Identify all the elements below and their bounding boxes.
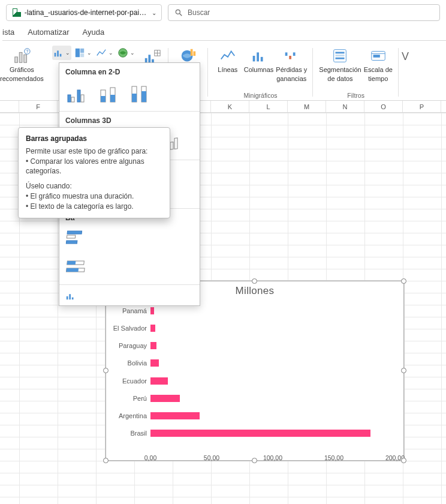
tab-ayuda[interactable]: Ayuda [83,28,105,37]
svg-rect-27 [290,56,292,59]
resize-handle[interactable] [401,278,406,284]
column-header[interactable]: K [211,101,249,112]
svg-rect-21 [191,49,193,56]
column-chart-icon [65,290,76,301]
recommended-charts-button[interactable]: ? Gráficos recomendados [0,44,44,83]
chart-bar [150,377,168,385]
resize-handle[interactable] [401,458,406,463]
timeline-icon [369,47,387,65]
column-header[interactable]: P [403,101,441,112]
tooltip-use-2: • El texto de la categoría es largo. [26,202,162,212]
timeline-button[interactable]: Escala de tiempo [364,44,393,83]
svg-rect-36 [68,95,71,102]
svg-rect-47 [141,91,146,102]
slicer-button[interactable]: Segmentación de datos [319,44,361,83]
gallery-more-column-charts[interactable] [59,284,200,305]
chevron-down-icon: ⌄ [152,10,156,16]
chart-plot-area: PanamáEl SalvadorParaguayBoliviaEcuadorP… [150,302,395,442]
search-input[interactable]: Buscar [168,4,440,21]
insert-map-chart-button[interactable]: ⌄ [117,46,136,60]
more-button[interactable]: V [401,44,409,64]
sparkline-winloss-label-1: Pérdidas y [276,66,307,74]
svg-rect-63 [174,138,177,149]
tooltip-title: Barras agrupadas [26,134,162,144]
svg-rect-34 [373,55,379,58]
file-name-pill[interactable]: -latina_-usuarios-de-internet-por-pais-.… [6,4,162,21]
chart-category-label: El Salvador [113,325,150,332]
embedded-chart[interactable]: Millones PanamáEl SalvadorParaguayBolivi… [106,281,404,461]
chevron-down-icon: ⌄ [87,50,92,56]
svg-rect-23 [252,56,255,61]
tab-vista[interactable]: ista [2,28,14,37]
svg-rect-11 [80,49,84,53]
tooltip-use-1: • El gráfico muestra una duración. [26,191,162,202]
group-label-filters: Filtros [313,92,399,99]
insert-hierarchy-chart-button[interactable]: ⌄ [74,46,93,60]
resize-handle[interactable] [103,368,109,373]
svg-rect-22 [193,52,195,56]
svg-rect-26 [285,52,288,56]
svg-rect-83 [67,296,68,299]
chart-bar [150,359,159,367]
treemap-icon [74,47,85,58]
svg-rect-82 [66,268,79,272]
svg-rect-32 [336,58,345,59]
resize-handle[interactable] [103,458,109,463]
timeline-label-2: tiempo [368,75,388,83]
svg-rect-31 [336,55,345,56]
svg-line-1 [180,14,182,16]
clustered-column-icon [66,83,90,103]
svg-rect-2 [15,57,18,62]
column-header[interactable]: M [288,101,326,112]
tooltip-use-when: Úselo cuando: [26,181,162,191]
svg-rect-4 [24,55,27,62]
chevron-down-icon: ⌄ [109,50,113,56]
gallery-3d-stacked-bar[interactable] [64,254,88,278]
svg-rect-24 [257,52,259,61]
column-header[interactable]: L [249,101,288,112]
sparkline-winloss-button[interactable]: Pérdidas y ganancias [276,44,307,83]
svg-rect-25 [260,57,263,62]
svg-rect-7 [55,53,56,56]
chart-x-tick: 100,00 [263,454,282,461]
sparkline-column-button[interactable]: Columnas [244,44,274,83]
search-placeholder: Buscar [188,8,210,17]
sparkline-winloss-icon [282,47,300,65]
gallery-100-stacked-column[interactable] [126,81,154,105]
sparkline-column-icon [250,47,268,65]
resize-handle[interactable] [252,278,257,284]
svg-rect-10 [76,49,80,57]
chart-bar [150,342,156,349]
search-icon [174,8,183,17]
resize-handle[interactable] [401,368,406,373]
gallery-3d-clustered-bar[interactable] [64,226,88,250]
slicer-icon [331,47,349,65]
svg-rect-8 [57,50,59,56]
sparkline-line-icon [219,47,237,65]
sparkline-column-label: Columnas [244,66,274,74]
insert-column-chart-button[interactable]: ⌄ [52,46,71,60]
insert-line-chart-button[interactable]: ⌄ [95,46,114,60]
resize-handle[interactable] [252,458,257,463]
svg-rect-30 [336,52,345,53]
svg-rect-9 [60,54,62,57]
svg-rect-76 [67,231,82,234]
svg-rect-84 [69,294,71,299]
stacked-column-icon [97,83,121,103]
chart-bar [150,430,370,437]
sparkline-line-button[interactable]: Líneas [214,44,242,83]
svg-text:?: ? [26,49,29,54]
svg-rect-77 [67,235,76,238]
column-header[interactable]: N [326,101,364,112]
chart-category-label: Bolivia [128,359,150,367]
timeline-label-1: Escala de [364,66,393,74]
column-header[interactable]: F [19,101,58,112]
svg-rect-85 [72,298,74,300]
globe-icon [117,47,128,58]
column-header[interactable]: O [364,101,403,112]
chart-category-label: Argentina [119,412,150,419]
gallery-clustered-column[interactable] [64,81,92,105]
gallery-stacked-column[interactable] [95,81,123,105]
tab-automatizar[interactable]: Automatizar [28,28,69,37]
chart-bar [150,412,200,419]
